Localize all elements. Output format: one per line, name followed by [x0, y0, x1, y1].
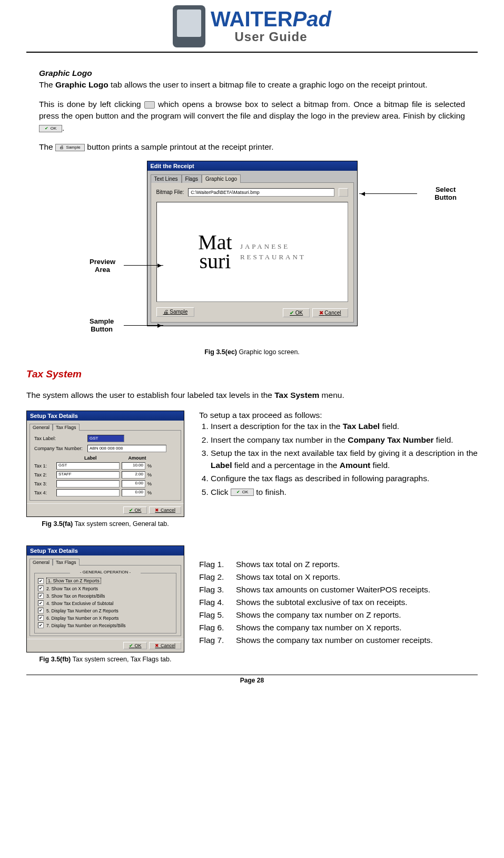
sample-icon — [55, 144, 85, 151]
cancel-button[interactable]: Cancel — [312, 308, 348, 317]
fa-tax4-label[interactable] — [56, 489, 120, 496]
checkbox-icon[interactable] — [38, 622, 44, 628]
ts-intro-b: Tax System — [274, 391, 319, 399]
tab-flags[interactable]: Flags — [182, 174, 202, 183]
checkbox-icon[interactable] — [38, 578, 44, 584]
fa-tab-general[interactable]: General — [29, 424, 53, 431]
pda-icon — [173, 5, 205, 47]
preview-line2: RESTAURANT — [240, 253, 306, 261]
bitmap-file-label: Bitmap File: — [156, 189, 184, 195]
fa-ctn-lbl: Company Tax Number: — [34, 446, 84, 451]
fa-tax2-label[interactable]: STAFF — [56, 471, 120, 479]
preview-logo-text: Matsuri — [198, 233, 232, 271]
fa-tax3-label[interactable] — [56, 480, 120, 487]
brand-subtitle: User Guide — [211, 30, 331, 44]
fa-tax2-amount[interactable]: 2.00 — [122, 471, 145, 479]
checkbox-icon[interactable] — [38, 600, 44, 606]
fa-tax-row-1: Tax 1:GST10.00% — [34, 462, 176, 470]
brand-title: WAITERPad — [211, 8, 331, 30]
gl-p3a: The — [39, 142, 55, 151]
fa-tab-taxflags[interactable]: Tax Flags — [53, 424, 80, 431]
preview-area: Matsuri JAPANESE RESTAURANT — [156, 202, 348, 302]
gl-p3b: button prints a sample printout at the r… — [85, 142, 273, 151]
ok-icon-inline — [231, 489, 254, 496]
ok-button[interactable]: OK — [283, 308, 310, 317]
ts-intro-a: The system allows the user to establish … — [26, 391, 274, 399]
fb-check-4[interactable]: 4. Show Tax Exclusive of Subtotal — [38, 600, 173, 606]
fb-ok-button[interactable]: OK — [123, 642, 147, 649]
fb-check-1[interactable]: 1. Show Tax on Z Reports — [38, 578, 173, 584]
fa-tax-row-2: Tax 2:STAFF2.00% — [34, 471, 176, 479]
fa-taxlabel-lbl: Tax Label: — [34, 436, 84, 441]
sample-button[interactable]: Sample — [156, 307, 195, 317]
fa-ctn-input[interactable]: ABN 008 008 008 — [87, 445, 166, 452]
fig-ec-caption: Fig 3.5(ec) Graphic logo screen. — [26, 348, 478, 356]
fa-col-label: Label — [84, 455, 97, 461]
page-footer: Page 28 — [26, 675, 478, 684]
ts-intro-c: menu. — [319, 391, 344, 399]
bitmap-file-input[interactable]: C:\WaiterPad\BETA\Matsuri.bmp — [188, 188, 334, 197]
fb-tab-general[interactable]: General — [29, 559, 53, 565]
arrow-preview — [124, 265, 163, 266]
fa-tax-row-4: Tax 4:0.00% — [34, 489, 176, 496]
fa-tax3-amount[interactable]: 0.00 — [122, 480, 145, 487]
tax-setup-steps: Insert a description for the tax in the … — [199, 420, 478, 498]
tax-system-heading: Tax System — [26, 368, 478, 380]
fb-check-6[interactable]: 6. Display Tax Number on X Reports — [38, 615, 173, 621]
fb-cancel-button[interactable]: Cancel — [149, 642, 181, 649]
arrow-sample — [124, 325, 163, 326]
browse-icon — [144, 101, 155, 109]
callout-select: Select Button — [434, 186, 457, 202]
fb-check-3[interactable]: 3. Show Tax on Receipts/Bills — [38, 593, 173, 599]
gl-p1b: Graphic Logo — [55, 80, 108, 89]
ok-icon — [39, 125, 62, 132]
fa-ok-button[interactable]: OK — [123, 506, 147, 514]
fig-ec-title: Edit the Receipt — [147, 161, 357, 171]
fig-fb-window: Setup Tax Details GeneralTax Flags - GEN… — [26, 545, 184, 652]
fa-tax4-amount[interactable]: 0.00 — [122, 489, 145, 496]
gl-p2c: . — [62, 123, 64, 132]
gl-p1c: tab allows the user to insert a bitmap f… — [108, 80, 428, 89]
fig-fa-title: Setup Tax Details — [27, 411, 184, 421]
preview-line1: JAPANESE — [240, 242, 290, 250]
brand-main: WAITER — [211, 7, 293, 31]
gl-p2a: This is done by left clicking — [39, 100, 144, 109]
fa-cancel-button[interactable]: Cancel — [149, 506, 181, 514]
fig-ec-tabs: Text LinesFlagsGraphic Logo — [151, 174, 354, 182]
graphic-logo-heading: Graphic Logo — [39, 69, 92, 77]
fa-col-amount: Amount — [129, 455, 146, 461]
fb-group-title: - GENERAL OPERATION - — [70, 570, 141, 574]
fb-check-7[interactable]: 7. Display Tax Number on Receipts/Bills — [38, 622, 173, 628]
fig-fa-caption: Fig 3.5(fa) Tax system screen, General t… — [26, 520, 184, 528]
fa-tax1-label[interactable]: GST — [56, 462, 120, 470]
callout-sample: Sample Button — [90, 318, 114, 334]
fig-fa-window: Setup Tax Details GeneralTax Flags Tax L… — [26, 411, 184, 517]
fb-tab-taxflags[interactable]: Tax Flags — [53, 559, 80, 565]
gl-p1a: The — [39, 80, 55, 89]
fig-fb-caption: Fig 3.5(fb) Tax system screen, Tax Flags… — [26, 656, 184, 663]
checkbox-icon[interactable] — [38, 615, 44, 621]
fb-check-5[interactable]: 5. Display Tax Number on Z Reports — [38, 608, 173, 613]
flag-description-list: Flag 1.Shows tax total on Z reports. Fla… — [199, 545, 478, 647]
fig-fb-title: Setup Tax Details — [27, 546, 184, 555]
checkbox-icon[interactable] — [38, 586, 44, 591]
tab-graphic-logo[interactable]: Graphic Logo — [202, 174, 241, 183]
page-header: WAITERPad User Guide — [26, 5, 478, 53]
bitmap-browse-button[interactable] — [339, 188, 348, 197]
tab-text-lines[interactable]: Text Lines — [151, 174, 182, 183]
steps-intro: To setup a tax proceed as follows: — [199, 411, 478, 420]
arrow-select — [359, 193, 417, 194]
fa-tax1-amount[interactable]: 10.00 — [122, 462, 145, 470]
fb-check-2[interactable]: 2. Show Tax on X Reports — [38, 586, 173, 591]
callout-preview: Preview Area — [90, 258, 115, 274]
fig-ec-window: Edit the Receipt Text LinesFlagsGraphic … — [147, 161, 358, 326]
checkbox-icon[interactable] — [38, 608, 44, 613]
fa-tax-row-3: Tax 3:0.00% — [34, 480, 176, 487]
checkbox-icon[interactable] — [38, 593, 44, 599]
brand-suffix: Pad — [293, 7, 331, 31]
fa-taxlabel-input[interactable]: GST — [87, 435, 124, 442]
